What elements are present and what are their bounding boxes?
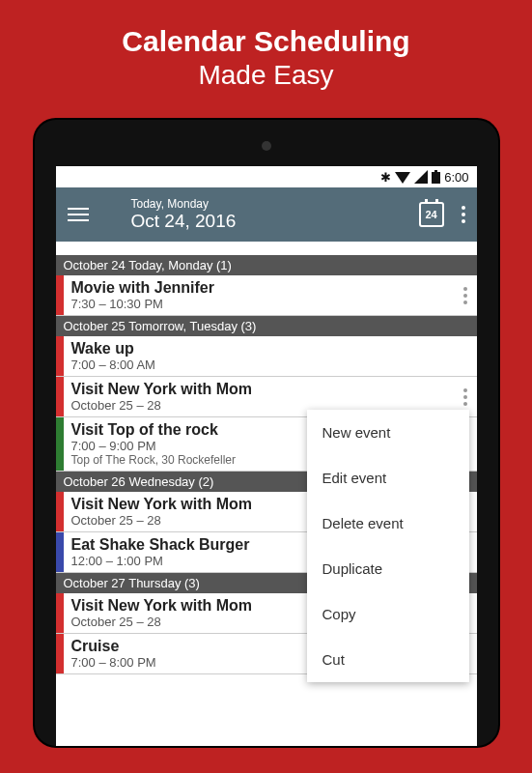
- promo-title: Calendar Scheduling Made Easy: [122, 25, 409, 91]
- context-menu-item[interactable]: Copy: [307, 591, 469, 637]
- event-overflow-button[interactable]: [463, 388, 467, 406]
- event-color-bar: [56, 417, 64, 471]
- context-menu-item[interactable]: Cut: [307, 637, 469, 682]
- overflow-menu-button[interactable]: [462, 206, 465, 223]
- promo-line1: Calendar Scheduling: [122, 25, 409, 58]
- context-menu-item[interactable]: Edit event: [307, 455, 469, 501]
- appbar-date: Oct 24, 2016: [131, 211, 237, 232]
- event-title: Movie with Jennifer: [71, 279, 469, 297]
- app-bar: Today, Monday Oct 24, 2016 24: [56, 187, 477, 242]
- screen: ✱ 6:00 Today, Monday Oct 24, 2016 24 Oct…: [56, 166, 477, 746]
- event-color-bar: [56, 377, 64, 416]
- event-title: Wake up: [71, 340, 469, 358]
- context-menu-item[interactable]: Duplicate: [307, 546, 469, 591]
- appbar-subtitle: Today, Monday: [131, 197, 237, 211]
- promo-line2: Made Easy: [122, 60, 409, 91]
- svg-rect-0: [432, 172, 440, 184]
- status-time: 6:00: [444, 170, 468, 185]
- camera-dot: [262, 141, 271, 151]
- section-header: October 25 Tomorrow, Tuesday (3): [56, 316, 477, 336]
- event-color-bar: [56, 336, 64, 376]
- wifi-icon: [395, 170, 410, 184]
- event-time: 7:00 – 8:00 AM: [71, 358, 469, 372]
- context-menu-item[interactable]: Delete event: [307, 501, 469, 546]
- event-row[interactable]: Wake up7:00 – 8:00 AM: [56, 336, 477, 377]
- event-title: Visit New York with Mom: [71, 381, 469, 398]
- event-color-bar: [56, 492, 64, 531]
- svg-rect-1: [434, 170, 437, 172]
- event-color-bar: [56, 275, 64, 315]
- event-color-bar: [56, 532, 64, 572]
- menu-button[interactable]: [68, 208, 89, 221]
- tablet-frame: ✱ 6:00 Today, Monday Oct 24, 2016 24 Oct…: [35, 120, 498, 746]
- signal-icon: [414, 170, 428, 184]
- event-overflow-button[interactable]: [463, 287, 467, 304]
- event-row[interactable]: Movie with Jennifer7:30 – 10:30 PM: [56, 275, 477, 316]
- event-color-bar: [56, 593, 64, 633]
- event-content: Movie with Jennifer7:30 – 10:30 PM: [64, 275, 477, 315]
- battery-icon: [432, 170, 440, 184]
- section-header: October 24 Today, Monday (1): [56, 255, 477, 275]
- context-menu-item[interactable]: New event: [307, 410, 469, 455]
- appbar-title[interactable]: Today, Monday Oct 24, 2016: [131, 197, 237, 232]
- event-content: Wake up7:00 – 8:00 AM: [64, 336, 477, 376]
- event-time: 7:30 – 10:30 PM: [71, 297, 469, 311]
- calendar-today-icon[interactable]: 24: [419, 202, 444, 227]
- event-color-bar: [56, 634, 64, 673]
- bluetooth-icon: ✱: [380, 170, 391, 185]
- status-bar: ✱ 6:00: [56, 166, 477, 187]
- context-menu: New eventEdit eventDelete eventDuplicate…: [307, 410, 469, 682]
